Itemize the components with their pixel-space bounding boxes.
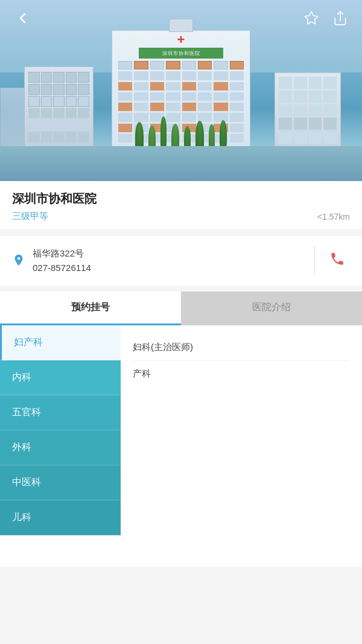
address-text: 福华路322号 027-85726114 xyxy=(33,246,305,275)
dept-item-surgery[interactable]: 外科 xyxy=(0,430,121,465)
back-button[interactable] xyxy=(12,7,34,29)
dept-item-tcm[interactable]: 中医科 xyxy=(0,465,121,500)
tabs-container: 预约挂号 医院介绍 xyxy=(0,292,362,325)
address-line1: 福华路322号 xyxy=(33,246,305,261)
favorite-button[interactable] xyxy=(302,8,321,28)
subdept-item-obstetrics[interactable]: 产科 xyxy=(133,361,350,387)
location-icon xyxy=(12,253,25,270)
dept-item-pediatrics[interactable]: 儿科 xyxy=(0,500,121,535)
hospital-grade: 三级甲等 xyxy=(12,211,48,222)
tab-intro[interactable]: 医院介绍 xyxy=(181,292,362,325)
department-sidebar: 妇产科 内科 五官科 外科 中医科 儿科 xyxy=(0,325,121,567)
content-area: 妇产科 内科 五官科 外科 中医科 儿科 妇科(主治医师) 产科 xyxy=(0,325,362,567)
hospital-name: 深圳市协和医院 xyxy=(12,191,350,207)
subdept-item-gynecology[interactable]: 妇科(主治医师) xyxy=(133,334,350,361)
hospital-distance: <1.57km xyxy=(317,212,350,222)
phone-button[interactable] xyxy=(325,251,350,270)
share-button[interactable] xyxy=(331,8,350,28)
hospital-info-section: 深圳市协和医院 三级甲等 <1.57km xyxy=(0,181,362,229)
dept-item-gynecology[interactable]: 妇产科 xyxy=(0,325,121,360)
dept-item-ent[interactable]: 五官科 xyxy=(0,395,121,430)
hero-image: + 深圳市协和医院 xyxy=(0,0,362,181)
dept-item-internal[interactable]: 内科 xyxy=(0,360,121,395)
subdepartment-list: 妇科(主治医师) 产科 xyxy=(121,325,362,567)
tab-booking[interactable]: 预约挂号 xyxy=(0,292,181,325)
address-line2: 027-85726114 xyxy=(33,261,305,275)
vertical-divider xyxy=(314,246,315,276)
address-section: 福华路322号 027-85726114 xyxy=(0,235,362,285)
